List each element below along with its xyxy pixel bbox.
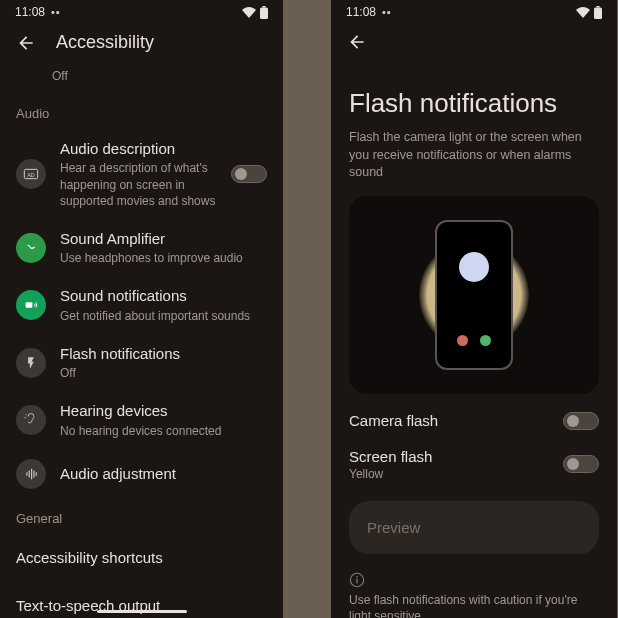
settings-list[interactable]: Off Audio AD Audio description Hear a de…: [0, 67, 283, 618]
app-bar: Accessibility: [0, 22, 283, 67]
svg-rect-5: [26, 472, 27, 476]
mini-phone: [435, 220, 513, 370]
back-arrow-icon[interactable]: [347, 32, 367, 52]
svg-rect-10: [597, 6, 600, 8]
hearing-devices-row[interactable]: Hearing devices No hearing devices conne…: [0, 391, 283, 448]
status-time: 11:08: [15, 5, 45, 19]
row-title: Camera flash: [349, 412, 438, 429]
row-title: Screen flash: [349, 448, 432, 465]
accessibility-screen: 11:08 •▪ Accessibility Off Audio AD: [0, 0, 283, 618]
row-title: Audio description: [60, 139, 217, 159]
flash-icon: [16, 348, 46, 378]
row-title: Text-to-speech output: [16, 596, 160, 616]
hearing-icon: [16, 405, 46, 435]
svg-rect-1: [260, 7, 268, 19]
row-title: Accessibility shortcuts: [16, 548, 163, 568]
row-subtitle: Get notified about important sounds: [60, 308, 267, 324]
sound-notifications-icon: [16, 290, 46, 320]
sound-amplifier-row[interactable]: Sound Amplifier Use headphones to improv…: [0, 219, 283, 276]
back-arrow-icon[interactable]: [16, 33, 36, 53]
list-item-partial: Off: [0, 68, 283, 94]
row-subtitle: Yellow: [349, 467, 432, 481]
status-notif-dots: •▪: [382, 6, 392, 18]
accessibility-shortcuts-row[interactable]: Accessibility shortcuts: [0, 534, 283, 582]
red-dot-icon: [457, 335, 468, 346]
row-title: Audio adjustment: [60, 464, 267, 484]
svg-rect-7: [31, 469, 32, 480]
svg-rect-4: [26, 302, 33, 307]
status-bar: 11:08 •▪: [331, 0, 617, 22]
page-title: Accessibility: [56, 32, 154, 53]
row-subtitle: Use headphones to improve audio: [60, 250, 267, 266]
audio-adjustment-row[interactable]: Audio adjustment: [0, 449, 283, 499]
battery-icon: [594, 6, 602, 19]
info-icon: [349, 572, 365, 588]
equalizer-icon: [16, 459, 46, 489]
svg-rect-11: [594, 7, 602, 19]
flash-notifications-row[interactable]: Flash notifications Off: [0, 334, 283, 391]
preview-button[interactable]: Preview: [349, 501, 599, 554]
row-title: Hearing devices: [60, 401, 267, 421]
camera-lens-icon: [459, 252, 489, 282]
green-dot-icon: [480, 335, 491, 346]
content: Flash notifications Flash the camera lig…: [331, 60, 617, 618]
page-description: Flash the camera light or the screen whe…: [349, 129, 599, 182]
status-time: 11:08: [346, 5, 376, 19]
status-notif-dots: •▪: [51, 6, 61, 18]
svg-rect-14: [356, 576, 357, 577]
status-bar: 11:08 •▪: [0, 0, 283, 22]
screen-flash-toggle[interactable]: [563, 455, 599, 473]
svg-rect-8: [33, 470, 34, 477]
battery-icon: [260, 6, 268, 19]
audio-description-icon: AD: [16, 159, 46, 189]
audio-description-row[interactable]: AD Audio description Hear a description …: [0, 129, 283, 219]
sound-notifications-row[interactable]: Sound notifications Get notified about i…: [0, 276, 283, 333]
wifi-icon: [576, 7, 590, 18]
row-subtitle: Hear a description of what's happening o…: [60, 160, 217, 209]
flash-notifications-screen: 11:08 •▪ Flash notifications Flash the c…: [331, 0, 617, 618]
section-header-general: General: [0, 499, 283, 534]
warning-text: Use flash notifications with caution if …: [349, 592, 599, 619]
row-subtitle: Off: [60, 365, 267, 381]
svg-rect-0: [263, 6, 266, 8]
svg-text:AD: AD: [27, 172, 35, 178]
sound-amplifier-icon: [16, 233, 46, 263]
nav-pill[interactable]: [97, 610, 187, 614]
camera-flash-toggle[interactable]: [563, 412, 599, 430]
svg-rect-9: [36, 472, 37, 476]
row-title: Flash notifications: [60, 344, 267, 364]
section-header-audio: Audio: [0, 94, 283, 129]
app-bar: [331, 22, 617, 60]
page-title: Flash notifications: [349, 88, 599, 119]
wifi-icon: [242, 7, 256, 18]
svg-rect-13: [356, 578, 357, 583]
screen-flash-row[interactable]: Screen flash Yellow: [349, 448, 599, 481]
svg-rect-6: [29, 470, 30, 477]
camera-flash-row[interactable]: Camera flash: [349, 412, 599, 430]
warning-row: [349, 572, 599, 588]
illustration: [349, 196, 599, 394]
row-title: Sound Amplifier: [60, 229, 267, 249]
row-subtitle: No hearing devices connected: [60, 423, 267, 439]
audio-description-toggle[interactable]: [231, 165, 267, 183]
row-title: Sound notifications: [60, 286, 267, 306]
